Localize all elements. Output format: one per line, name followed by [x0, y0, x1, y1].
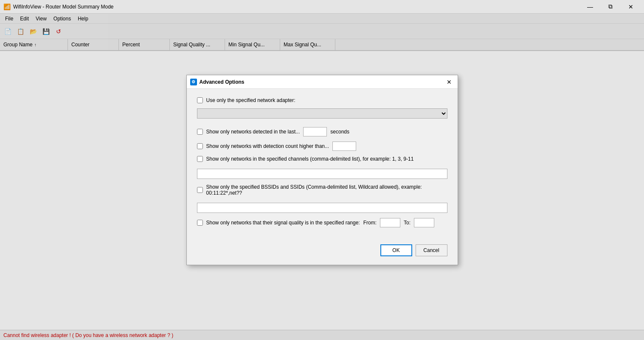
- input-bssids[interactable]: [197, 203, 447, 213]
- advanced-options-dialog: ⚙ Advanced Options ✕ Use only the specif…: [186, 75, 458, 265]
- dialog-titlebar: ⚙ Advanced Options ✕: [187, 75, 458, 89]
- option-row-detection-count: Show only networks with detection count …: [197, 142, 447, 151]
- checkbox-show-last[interactable]: [197, 129, 203, 135]
- dropdown-row-adapter: [197, 108, 447, 119]
- input-signal-to[interactable]: 100: [414, 218, 434, 227]
- checkbox-use-adapter[interactable]: [197, 97, 203, 103]
- option-row-show-last: Show only networks detected in the last.…: [197, 127, 447, 136]
- label-bssids: Show only the specified BSSIDs and SSIDs…: [206, 184, 447, 196]
- checkbox-channels[interactable]: [197, 156, 203, 162]
- dialog-icon: ⚙: [190, 79, 197, 85]
- option-row-use-adapter: Use only the specified network adapter:: [197, 97, 447, 103]
- dialog-content: Use only the specified network adapter: …: [187, 89, 458, 265]
- label-channels: Show only networks in the specified chan…: [206, 156, 414, 162]
- signal-range-row: Show only networks that their signal qua…: [197, 218, 447, 227]
- input-detection-count[interactable]: 10: [332, 142, 356, 151]
- dialog-close-button[interactable]: ✕: [444, 77, 454, 87]
- label-use-adapter: Use only the specified network adapter:: [206, 97, 295, 103]
- label-to: To:: [404, 220, 411, 226]
- input-last-seconds[interactable]: 60: [303, 127, 327, 136]
- dialog-title-text: Advanced Options: [200, 79, 245, 85]
- adapter-dropdown[interactable]: [197, 108, 447, 119]
- label-signal-range: Show only networks that their signal qua…: [206, 220, 360, 226]
- checkbox-signal-range[interactable]: [197, 220, 203, 226]
- dialog-title-left: ⚙ Advanced Options: [190, 79, 245, 85]
- cancel-button[interactable]: Cancel: [416, 244, 447, 256]
- label-show-last: Show only networks detected in the last.…: [206, 129, 300, 135]
- checkbox-detection-count[interactable]: [197, 143, 203, 149]
- option-row-channels: Show only networks in the specified chan…: [197, 156, 447, 162]
- input-channels[interactable]: [197, 169, 447, 179]
- checkbox-bssids[interactable]: [197, 187, 203, 193]
- input-signal-from[interactable]: 50: [380, 218, 400, 227]
- label-from: From:: [363, 220, 377, 226]
- ok-button[interactable]: OK: [380, 244, 412, 256]
- option-row-bssids: Show only the specified BSSIDs and SSIDs…: [197, 184, 447, 196]
- label-detection-count: Show only networks with detection count …: [206, 143, 329, 149]
- modal-overlay: ⚙ Advanced Options ✕ Use only the specif…: [0, 0, 644, 340]
- label-seconds: seconds: [330, 129, 349, 135]
- dialog-buttons: OK Cancel: [197, 238, 447, 256]
